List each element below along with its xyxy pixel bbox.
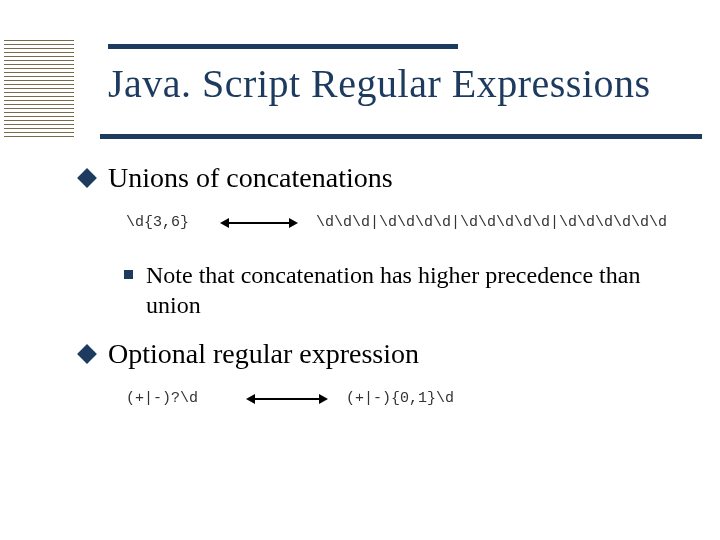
slide-body: Unions of concatenations \d{3,6} \d\d\d|… <box>80 162 690 436</box>
title-top-rule <box>108 44 458 49</box>
square-bullet-icon <box>124 270 133 279</box>
bullet-precedence: Note that concatenation has higher prece… <box>124 260 690 320</box>
bullet-precedence-text: Note that concatenation has higher prece… <box>146 262 640 318</box>
code-unions-left: \d{3,6} <box>126 214 189 231</box>
code-unions-right: \d\d\d|\d\d\d\d|\d\d\d\d\d|\d\d\d\d\d\d <box>316 214 667 231</box>
bullet-unions: Unions of concatenations <box>80 162 690 194</box>
diamond-bullet-icon <box>77 344 97 364</box>
code-row-optional: (+|-)?\d (+|-){0,1}\d <box>126 384 690 418</box>
code-row-unions: \d{3,6} \d\d\d|\d\d\d\d|\d\d\d\d\d|\d\d\… <box>126 208 690 242</box>
title-underline <box>100 134 702 139</box>
bullet-optional-text: Optional regular expression <box>108 338 419 369</box>
code-optional-right: (+|-){0,1}\d <box>346 390 454 407</box>
slide: Java. Script Regular Expressions Unions … <box>0 0 720 540</box>
bullet-unions-text: Unions of concatenations <box>108 162 393 193</box>
slide-title: Java. Script Regular Expressions <box>108 60 700 107</box>
bullet-optional: Optional regular expression <box>80 338 690 370</box>
code-optional-left: (+|-)?\d <box>126 390 198 407</box>
diamond-bullet-icon <box>77 168 97 188</box>
decorative-stripes <box>4 40 74 140</box>
